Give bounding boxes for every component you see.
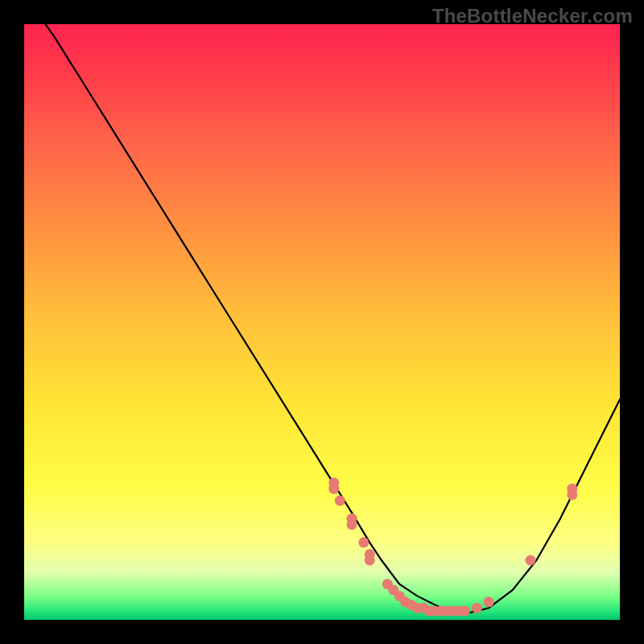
data-points-group: [328, 477, 577, 616]
data-point: [347, 519, 357, 530]
data-point: [358, 537, 369, 547]
chart-container: TheBottleNecker.com: [0, 0, 644, 644]
bottleneck-curve: [24, 24, 620, 614]
data-point: [526, 555, 536, 566]
data-point: [472, 603, 482, 613]
data-point: [484, 597, 494, 607]
curve-layer: [24, 24, 620, 620]
data-point: [328, 484, 339, 494]
data-point: [335, 496, 345, 506]
data-point: [460, 605, 470, 616]
plot-area: [24, 24, 620, 620]
data-point: [365, 555, 375, 566]
data-point: [567, 484, 577, 494]
